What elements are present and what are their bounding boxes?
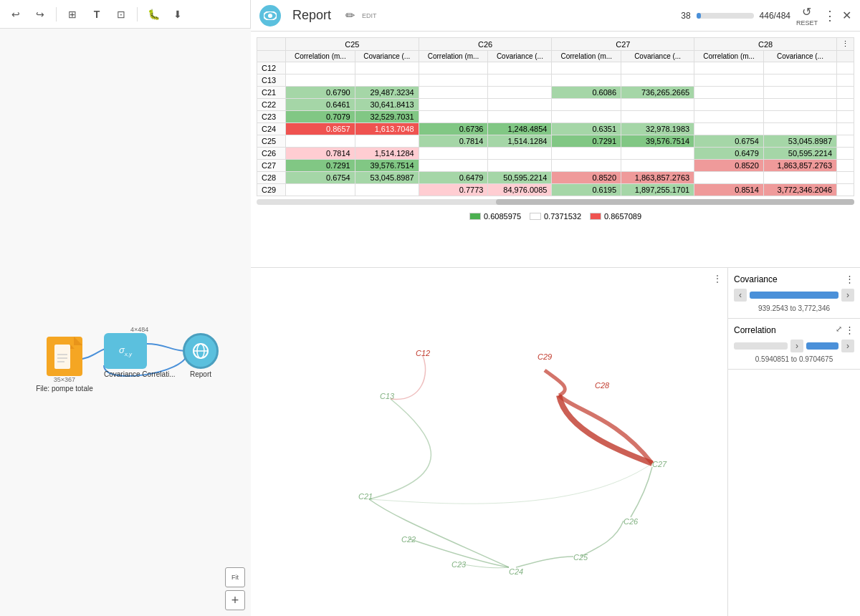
viz-label-c27: C27: [652, 460, 667, 468]
correlation-widget-icons: ⤢ ⋮: [836, 324, 854, 335]
grid-button[interactable]: ⊞: [62, 4, 82, 24]
download-button[interactable]: ⬇: [168, 4, 188, 24]
cell-c23-c25-corr: 0.7079: [286, 111, 355, 123]
cell-c25-c26-cov: 1,514.1284: [488, 135, 552, 148]
table-scroll[interactable]: C25 C26 C27 C28 ⋮ Correlation (m... Cova…: [257, 37, 854, 208]
undo-button[interactable]: ↩: [6, 4, 26, 24]
sub-c27-corr: Correlation (m...: [552, 51, 621, 62]
viz-label-c22: C22: [401, 535, 416, 544]
side-panel: Covariance ⋮ ‹ › 939.2543 to 3,772,346 C…: [727, 268, 860, 616]
table-scrollbar[interactable]: [257, 199, 854, 205]
sub-scroll: [837, 51, 854, 62]
debug-button[interactable]: 🐛: [143, 4, 163, 24]
svg-marker-1: [70, 345, 75, 349]
svg-point-9: [268, 14, 272, 18]
correlation-slider-right[interactable]: ›: [841, 340, 854, 352]
table-row: C25 0.7814 1,514.1284 0.7291 39,576.7514…: [257, 135, 854, 148]
svg-rect-0: [54, 345, 70, 369]
row-label-c23: C23: [257, 111, 286, 123]
sub-c26-cov: Covariance (...: [488, 51, 552, 62]
cell-c25-c27-corr: 0.7291: [552, 135, 621, 148]
correlation-slider-mid[interactable]: ›: [790, 340, 803, 352]
covariance-slider-right[interactable]: ›: [841, 289, 854, 302]
network-graph: C12 C13 C21 C22 C23 C24 C25 C26 C27 C28 …: [251, 268, 727, 616]
table-row: C21 0.6790 29,487.3234 0.6086 736,265.26…: [257, 87, 854, 99]
cell-c29-c28-corr: 0.8514: [694, 184, 764, 196]
scroll-thumb: [496, 199, 854, 205]
viz-label-c28: C28: [595, 381, 610, 390]
sub-c28-cov: Covariance (...: [763, 51, 836, 62]
legend-white-box: [530, 213, 541, 220]
canvas-area[interactable]: 35×367 File: pompe totale 4×484 σx,y Cov…: [0, 29, 251, 616]
header-right: 38 446/484 ↺ RESET ⋮ ✕: [681, 5, 851, 27]
covariance-slider-left[interactable]: ‹: [734, 289, 747, 302]
cell-c21-c27-cov: 736,265.2665: [621, 87, 694, 99]
correlation-widget-header: Correlation ⤢ ⋮: [734, 324, 854, 335]
cell-c25-c28-corr: 0.6754: [694, 135, 764, 148]
correlation-more-icon[interactable]: ⋮: [845, 324, 854, 335]
table-row: C27 0.7291 39,576.7514 0.8520 1,863,857.…: [257, 160, 854, 172]
cell-c29-c27-cov: 1,897,255.1701: [621, 184, 694, 196]
report-icon-box: [183, 333, 219, 369]
sub-c28-corr: Correlation (m...: [694, 51, 764, 62]
viz-more-button[interactable]: ⋮: [713, 274, 722, 284]
correlation-expand-icon[interactable]: ⤢: [836, 324, 842, 335]
frame-button[interactable]: ⊡: [111, 4, 131, 24]
edge-c28-c27-2: [559, 395, 652, 463]
edit-icon[interactable]: ✏: [345, 9, 355, 22]
legend-white: 0.7371532: [530, 212, 581, 221]
progress-number: 38: [681, 11, 690, 21]
legend-green: 0.6085975: [469, 212, 521, 221]
covariance-track[interactable]: [750, 292, 838, 299]
toolbar: ↩ ↪ ⊞ T ⊡ 🐛 ⬇: [0, 0, 250, 29]
reset-button[interactable]: ↺ RESET: [796, 5, 818, 27]
row-label-c29: C29: [257, 184, 286, 196]
redo-button[interactable]: ↪: [30, 4, 50, 24]
cell-c24-c25-cov: 1,613.7048: [355, 123, 419, 135]
plus-button[interactable]: +: [225, 590, 245, 610]
cell-c28-c27-corr: 0.8520: [552, 172, 621, 184]
cell-c28-c27-cov: 1,863,857.2763: [621, 172, 694, 184]
divider-1: [56, 7, 57, 21]
covariance-more-icon[interactable]: ⋮: [845, 274, 854, 284]
table-area: C25 C26 C27 C28 ⋮ Correlation (m... Cova…: [251, 32, 860, 268]
cell-c22-c25-corr: 0.6461: [286, 99, 355, 111]
covariance-node[interactable]: 4×484 σx,y Covariance Correlati...: [104, 326, 175, 378]
cell-c26-c28-corr: 0.6479: [694, 148, 764, 160]
table-row: C13: [257, 74, 854, 87]
edge-c24-c25: [516, 557, 573, 567]
cell-c28-c25-corr: 0.6754: [286, 172, 355, 184]
viz-label-c29: C29: [538, 352, 552, 361]
cell-c25-c27-cov: 39,576.7514: [621, 135, 694, 148]
cell-c22-c25-cov: 30,641.8413: [355, 99, 419, 111]
fit-button[interactable]: Fit: [225, 567, 245, 587]
text-button[interactable]: T: [87, 4, 107, 24]
edge-c29-c28: [545, 370, 565, 395]
viz-label-c26: C26: [624, 517, 639, 526]
cell-c24-c26-cov: 1,248.4854: [488, 123, 552, 135]
connections-svg: [0, 29, 251, 616]
covariance-widget-header: Covariance ⋮: [734, 274, 854, 284]
correlation-track[interactable]: [806, 342, 838, 350]
cell-c27-c25-cov: 39,576.7514: [355, 160, 419, 172]
cell-c26-c28-cov: 50,595.2214: [763, 148, 836, 160]
edge-c13-c21: [369, 399, 431, 499]
row-label-c22: C22: [257, 99, 286, 111]
progress-bar-container: [697, 13, 754, 19]
report-node[interactable]: Report: [183, 333, 219, 378]
covariance-icon: σx,y: [104, 333, 147, 369]
report-title: Report: [292, 8, 331, 23]
viz-label-c24: C24: [509, 567, 523, 576]
row-label-c25: C25: [257, 135, 286, 148]
row-label-c27: C27: [257, 160, 286, 172]
close-button[interactable]: ✕: [842, 9, 851, 22]
legend-green-value: 0.6085975: [484, 212, 521, 221]
covariance-widget: Covariance ⋮ ‹ › 939.2543 to 3,772,346: [728, 268, 860, 319]
file-node[interactable]: 35×367 File: pompe totale: [36, 337, 93, 380]
sub-c25-cov: Covariance (...: [355, 51, 419, 62]
progress-bar-fill: [697, 13, 701, 19]
report-eye-icon: [259, 5, 281, 27]
left-panel: ↩ ↪ ⊞ T ⊡ 🐛 ⬇: [0, 0, 251, 616]
more-menu-button[interactable]: ⋮: [823, 8, 836, 24]
cell-c21-c25-corr: 0.6790: [286, 87, 355, 99]
